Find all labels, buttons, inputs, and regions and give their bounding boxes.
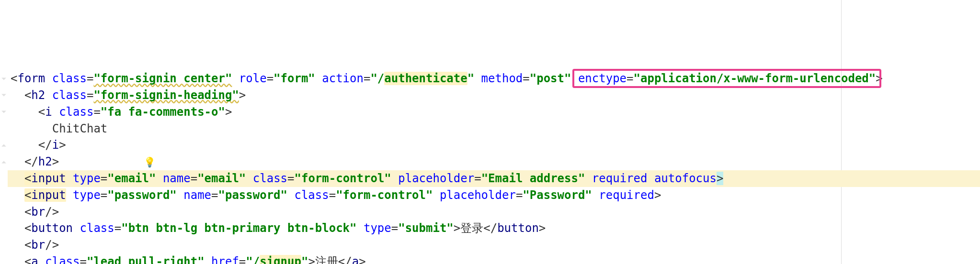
fold-open-icon[interactable] [1,109,7,115]
html-tag-name: button [31,221,73,235]
code-line[interactable]: <br/> [8,204,980,220]
html-attr-name: class [52,72,87,85]
html-attr-name: class [52,88,87,102]
html-attr-value: "submit" [398,221,454,235]
fold-open-icon[interactable] [1,76,7,82]
code-line[interactable]: <a class="lead pull-right" href="/signup… [8,253,980,264]
html-attr-name: action [322,72,364,85]
html-attr-value: "fa fa-comments-o" [101,105,225,119]
html-tag-name: input [31,172,66,185]
html-attr-value: "form-control" [294,172,391,185]
html-attr-name: name [183,188,211,202]
html-tag-name: button [497,221,539,235]
html-tag-name: h2 [31,88,45,102]
code-line[interactable]: <form class="form-signin center" role="f… [8,70,980,87]
code-line[interactable]: <h2 class="form-signin-heading"> [8,87,980,104]
html-attr-name: class [253,172,287,185]
html-attr-name: method [481,72,523,85]
html-attr-value: "/authenticate" [370,72,474,85]
html-attr-name: class [45,255,80,264]
html-attr-name: placeholder [440,188,516,202]
html-attr-value: "password" [107,188,177,202]
html-attr-value: "email" [197,172,246,185]
html-attr-value: "lead pull-right" [87,255,205,264]
html-attr-value: "form" [273,72,315,85]
html-attr-name: enctype [578,72,627,85]
code-line[interactable]: </i> [8,137,980,154]
code-line[interactable]: </h2> [8,154,980,170]
code-line[interactable]: <button class="btn btn-lg btn-primary bt… [8,220,980,237]
html-attr-name: type [364,221,391,235]
html-text: 登录 [460,221,483,235]
html-attr-value: "/signup" [246,255,308,264]
code-line[interactable]: <input type="password" name="password" c… [8,187,980,204]
code-line[interactable]: <input type="email" name="email" class="… [8,170,980,187]
code-line[interactable]: <i class="fa fa-comments-o"> [8,104,980,121]
html-tag-name: br [31,205,45,219]
code-lines[interactable]: <form class="form-signin center" role="f… [8,70,980,264]
html-attr-value: "form-control" [336,188,433,202]
html-attr-value: "post" [530,72,571,85]
code-editor[interactable]: <form class="form-signin center" role="f… [0,0,980,264]
html-tag-name: i [45,105,52,119]
html-attr-name: required [599,188,654,202]
html-attr-value: "email" [107,172,156,185]
html-attr-name: placeholder [398,172,474,185]
fold-gutter [0,0,8,264]
html-attr-name: type [73,172,101,185]
code-line[interactable]: ChitChat [8,121,980,137]
html-tag-name: input [31,188,66,202]
html-tag-name: a [31,255,38,264]
html-attr-value: "password" [218,188,288,202]
html-attr-value: "Email address" [481,172,585,185]
html-attr-name: autofocus [654,172,717,185]
html-tag-name: h2 [38,155,52,168]
fold-open-icon[interactable] [1,92,7,98]
html-tag-name: i [52,138,59,152]
html-tag-name: form [17,72,45,85]
html-attr-value: "form-signin center" [93,72,232,85]
html-tag-name: a [352,255,359,264]
html-text: ChitChat [52,122,108,135]
html-attr-name: class [80,221,114,235]
fold-close-icon[interactable] [1,159,7,165]
html-attr-name: name [163,172,191,185]
html-attr-value: "application/x-www-form-urlencoded" [634,72,876,85]
code-line[interactable]: <br/> [8,237,980,253]
html-text: 注册 [315,255,338,264]
html-attr-name: role [239,72,267,85]
html-attr-name: type [73,188,101,202]
html-attr-name: required [592,172,648,185]
html-tag-name: br [31,238,45,252]
fold-close-icon[interactable] [1,143,7,148]
html-attr-name: href [211,255,239,264]
html-attr-value: "btn btn-lg btn-primary btn-block" [121,221,356,235]
html-attr-name: class [59,105,93,119]
html-attr-value: "Password" [523,188,592,202]
html-attr-value: "form-signin-heading" [93,88,239,102]
html-attr-name: class [294,188,329,202]
